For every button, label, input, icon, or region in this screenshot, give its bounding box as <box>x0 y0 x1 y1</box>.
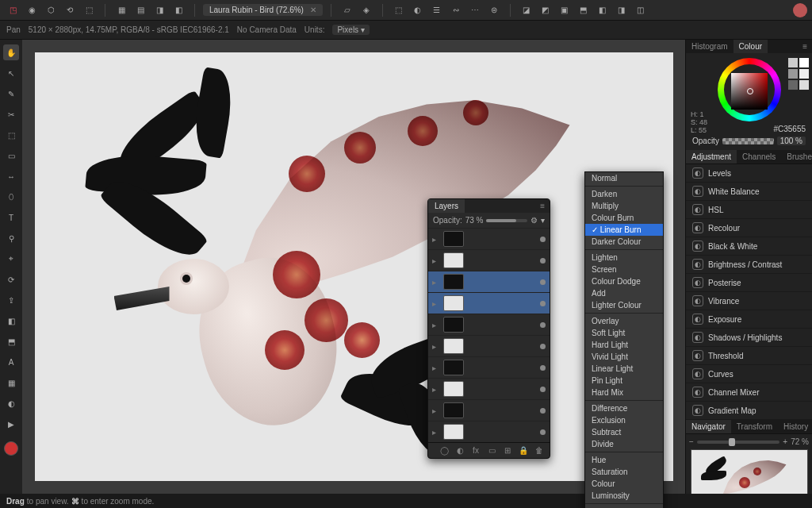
tab-histogram[interactable]: Histogram <box>686 40 733 53</box>
account-avatar[interactable] <box>793 3 807 17</box>
tool-0[interactable]: ✋ <box>3 44 19 60</box>
arrange-icon-1[interactable]: ◩ <box>538 2 553 18</box>
visibility-dot[interactable] <box>540 301 546 306</box>
persona-icon-1[interactable]: ◉ <box>24 2 40 18</box>
adjustment-channel-mixer[interactable]: ◐Channel Mixer <box>686 383 812 402</box>
disclosure-icon[interactable]: ▸ <box>432 428 440 437</box>
visibility-dot[interactable] <box>540 387 546 392</box>
align-icon-1[interactable]: ◈ <box>358 2 374 18</box>
blend-overlay[interactable]: Overlay <box>585 315 663 327</box>
adjustment-icon[interactable]: ◐ <box>454 446 465 455</box>
adjustment-vibrance[interactable]: ◐Vibrance <box>686 292 812 310</box>
persona-icon-3[interactable]: ⟲ <box>62 2 78 18</box>
tab-navigator[interactable]: Navigator <box>686 420 731 433</box>
tool-10[interactable]: ⌖ <box>3 251 19 267</box>
adjustment-shadows-highlights[interactable]: ◐Shadows / Highlights <box>686 329 812 347</box>
visibility-dot[interactable] <box>540 237 546 242</box>
tool-12[interactable]: ⇪ <box>3 292 19 308</box>
blend-linear-burn[interactable]: Linear Burn <box>585 224 663 236</box>
disclosure-icon[interactable]: ▸ <box>432 342 440 351</box>
adjustment-brightness-contrast[interactable]: ◐Brightness / Contrast <box>686 256 812 274</box>
adjustment-levels[interactable]: ◐Levels <box>686 164 812 183</box>
adjustment-gradient-map[interactable]: ◐Gradient Map <box>686 402 812 420</box>
disclosure-icon[interactable]: ▸ <box>432 299 440 308</box>
blend-colour-dodge[interactable]: Colour Dodge <box>585 275 663 287</box>
lock-icon[interactable]: 🔒 <box>518 446 529 455</box>
adjustment-curves[interactable]: ◐Curves <box>686 365 812 383</box>
snap-icon-3[interactable]: ∾ <box>448 2 464 18</box>
snap-icon-1[interactable]: ◐ <box>410 2 426 18</box>
snap-icon-0[interactable]: ⬚ <box>391 2 407 18</box>
blend-soft-light[interactable]: Soft Light <box>585 327 663 339</box>
tool-15[interactable]: A <box>3 354 19 370</box>
panel-menu-icon[interactable]: ≡ <box>535 199 550 213</box>
panel-menu-icon[interactable]: ≡ <box>798 40 812 53</box>
canvas-viewport[interactable]: Layers ≡ Opacity: 73 % ⚙ ▾ ▸▸▸▸▸▸▸▸▸▸ ◯ … <box>22 40 685 494</box>
opacity-slider[interactable] <box>486 219 527 222</box>
tool-7[interactable]: ⬯ <box>3 189 19 205</box>
disclosure-icon[interactable]: ▸ <box>432 321 440 329</box>
visibility-dot[interactable] <box>540 322 546 328</box>
adjustment-black-white[interactable]: ◐Black & White <box>686 237 812 256</box>
adjustment-threshold[interactable]: ◐Threshold <box>686 347 812 365</box>
close-doc-icon[interactable]: ✕ <box>310 6 316 14</box>
blend-add[interactable]: Add <box>585 287 663 299</box>
foreground-swatch[interactable] <box>4 441 18 456</box>
mask-icon[interactable]: ◯ <box>439 446 450 455</box>
tab-channels[interactable]: Channels <box>737 150 781 164</box>
arrange-icon-4[interactable]: ◧ <box>595 2 611 18</box>
tool-5[interactable]: ▭ <box>3 148 19 164</box>
tab-history[interactable]: History <box>778 420 812 433</box>
blend-dropdown-icon[interactable]: ⚙ <box>530 216 538 225</box>
adjustment-hsl[interactable]: ◐HSL <box>686 201 812 219</box>
blend-luminosity[interactable]: Luminosity <box>585 490 663 502</box>
layer-row[interactable]: ▸ <box>428 228 550 249</box>
delete-layer-icon[interactable]: 🗑 <box>534 446 545 455</box>
visibility-dot[interactable] <box>540 429 546 435</box>
snap-icon-5[interactable]: ⊜ <box>486 2 502 18</box>
blend-hard-mix[interactable]: Hard Mix <box>585 387 663 398</box>
blend-exclusion[interactable]: Exclusion <box>585 414 663 426</box>
disclosure-icon[interactable]: ▸ <box>432 406 440 415</box>
blend-screen[interactable]: Screen <box>585 264 663 275</box>
persona-icon-4[interactable]: ⬚ <box>81 2 97 18</box>
blend-pin-light[interactable]: Pin Light <box>585 375 663 387</box>
colour-opacity-slider[interactable] <box>722 138 774 144</box>
tool-2[interactable]: ✎ <box>3 86 19 102</box>
units-select[interactable]: Pixels ▾ <box>332 25 369 35</box>
tab-layers[interactable]: Layers <box>428 199 465 213</box>
arrange-icon-3[interactable]: ⬒ <box>576 2 592 18</box>
blend-darken[interactable]: Darken <box>585 188 663 200</box>
adjustment-recolour[interactable]: ◐Recolour <box>686 219 812 237</box>
blend-hue[interactable]: Hue <box>585 454 663 466</box>
layer-row[interactable]: ▸ <box>428 335 550 356</box>
tool-1[interactable]: ↖ <box>3 65 19 81</box>
visibility-dot[interactable] <box>540 258 546 264</box>
tool-11[interactable]: ⟳ <box>3 271 19 287</box>
blend-vivid-light[interactable]: Vivid Light <box>585 351 663 363</box>
align-icon-0[interactable]: ▱ <box>339 2 355 18</box>
blend-normal[interactable]: Normal <box>585 172 663 184</box>
layout-icon-0[interactable]: ▦ <box>113 2 129 18</box>
tab-adjustment[interactable]: Adjustment <box>686 150 737 164</box>
visibility-dot[interactable] <box>540 344 546 349</box>
blend-linear-light[interactable]: Linear Light <box>585 363 663 375</box>
blend-lighter-colour[interactable]: Lighter Colour <box>585 299 663 311</box>
tool-17[interactable]: ◐ <box>3 395 19 411</box>
layer-row[interactable]: ▸ <box>428 292 550 314</box>
blend-hard-light[interactable]: Hard Light <box>585 339 663 351</box>
disclosure-icon[interactable]: ▸ <box>432 278 440 287</box>
adjustment-posterise[interactable]: ◐Posterise <box>686 274 812 292</box>
disclosure-icon[interactable]: ▸ <box>432 235 440 244</box>
blend-lighten[interactable]: Lighten <box>585 252 663 264</box>
document-title-pill[interactable]: Laura Rubin - Bird (72.6%) ✕ <box>203 4 323 16</box>
layer-row[interactable]: ▸ <box>428 421 550 442</box>
blend-colour-burn[interactable]: Colour Burn <box>585 212 663 224</box>
visibility-dot[interactable] <box>540 365 546 371</box>
tool-4[interactable]: ⬚ <box>3 127 19 143</box>
visibility-dot[interactable] <box>540 279 546 285</box>
layer-row[interactable]: ▸ <box>428 249 550 271</box>
layout-icon-3[interactable]: ◧ <box>170 2 186 18</box>
tool-18[interactable]: ▶ <box>3 416 19 432</box>
group-icon[interactable]: ▭ <box>486 446 497 455</box>
